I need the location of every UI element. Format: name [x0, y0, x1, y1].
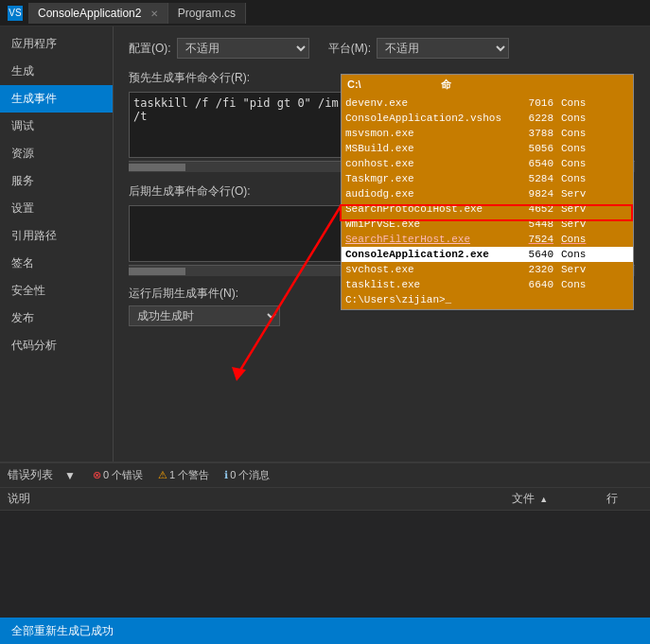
cmd-cell-type: Serv	[557, 217, 633, 232]
cmd-cell-pid: 7524	[510, 232, 557, 247]
cmd-cell-type: Cons	[557, 126, 633, 141]
cmd-row-audiodg: audiodg.exe 9824 Serv	[342, 186, 633, 201]
cmd-row-msbuild: MSBuild.exe 5056 Cons	[342, 141, 633, 156]
sidebar-item-publish[interactable]: 发布	[0, 305, 113, 332]
cmd-icon: C:\	[347, 78, 361, 90]
cmd-cell-type: Cons	[557, 171, 633, 186]
cmd-cell-type: Cons	[557, 247, 633, 262]
sidebar-item-resources[interactable]: 资源	[0, 140, 113, 167]
cmd-cell-name: Taskmgr.exe	[342, 171, 510, 186]
cmd-cell-pid: 5640	[510, 247, 557, 262]
sidebar-item-build[interactable]: 生成	[0, 58, 113, 85]
cmd-row-tasklist: tasklist.exe 6640 Cons	[342, 277, 633, 292]
error-panel-header: 错误列表 ▼ ⊗ 0 个错误 ⚠ 1 个警告 ℹ 0 个消息	[0, 463, 650, 488]
cmd-cell-pid: 6640	[510, 277, 557, 292]
info-count-label: 0 个消息	[230, 468, 270, 482]
cmd-cell-pid: 2320	[510, 262, 557, 277]
tab-close-icon[interactable]: ✕	[150, 9, 158, 19]
cmd-row-searchprotocol: SearchProtocolHost.exe 4652 Serv	[342, 201, 633, 217]
cmd-cell-name: audiodg.exe	[342, 186, 510, 201]
cmd-cell-type: Cons	[557, 111, 633, 126]
cmd-cell-name: MSBuild.exe	[342, 141, 510, 156]
cmd-cell-type: Serv	[557, 262, 633, 277]
cmd-content: devenv.exe 7016 Cons ConsoleApplication2…	[342, 94, 633, 309]
error-col-line[interactable]: 行	[603, 491, 650, 507]
cmd-cell-name: ConsoleApplication2.exe	[342, 247, 510, 262]
warning-filter-btn[interactable]: ⚠ 1 个警告	[154, 466, 213, 484]
sidebar-item-references[interactable]: 引用路径	[0, 222, 113, 250]
svg-marker-1	[232, 367, 246, 381]
tab-programcs[interactable]: Program.cs	[168, 3, 246, 24]
status-bar: 全部重新生成已成功	[0, 618, 650, 644]
error-filter-btn[interactable]: ⊗ 0 个错误	[89, 466, 147, 484]
cmd-cell-name: SearchProtocolHost.exe	[342, 201, 510, 217]
sidebar: 应用程序 生成 生成事件 调试 资源 服务 设置 引用路径 签名 安全性 发布 …	[0, 26, 114, 461]
config-row: 配置(O): 不适用 平台(M): 不适用	[129, 38, 635, 59]
cmd-cell-type: Cons	[557, 96, 633, 111]
sidebar-item-services[interactable]: 服务	[0, 167, 113, 195]
cmd-cell-name: conhost.exe	[342, 156, 510, 171]
info-filter-btn[interactable]: ℹ 0 个消息	[220, 466, 273, 484]
cmd-cell-name: WmiPrvSE.exe	[342, 217, 510, 232]
scrollbar-thumb2	[129, 268, 185, 275]
cmd-row-searchfilter: SearchFilterHost.exe 7524 Cons	[342, 232, 633, 247]
main-content: 配置(O): 不适用 平台(M): 不适用 预先生成事件命令行(R): task…	[114, 26, 650, 461]
cmd-row-taskmgr: Taskmgr.exe 5284 Cons	[342, 171, 633, 186]
cmd-title-bar: C:\ 命	[342, 75, 633, 94]
cmd-cell-name: svchost.exe	[342, 262, 510, 277]
cmd-title-text: 命	[441, 78, 451, 92]
cmd-cell-type: Cons	[557, 156, 633, 171]
cmd-cell-pid: 9824	[510, 186, 557, 201]
info-icon: ℹ	[224, 469, 228, 481]
cmd-cell-name: SearchFilterHost.exe	[342, 232, 510, 247]
platform-select[interactable]: 不适用	[377, 38, 509, 59]
cmd-cell-pid: 7016	[510, 96, 557, 111]
cmd-cell-type: Serv	[557, 201, 633, 217]
sidebar-item-security[interactable]: 安全性	[0, 277, 113, 305]
sidebar-item-app[interactable]: 应用程序	[0, 30, 113, 58]
cmd-cell-type: Cons	[557, 141, 633, 156]
config-select[interactable]: 不适用	[177, 38, 309, 59]
scrollbar-thumb	[129, 164, 185, 171]
sidebar-item-debug[interactable]: 调试	[0, 113, 113, 140]
cmd-cell-pid: 6228	[510, 111, 557, 126]
tab-consoleapp[interactable]: ConsoleApplication2 ✕	[28, 3, 168, 24]
cmd-cell-pid: 5448	[510, 217, 557, 232]
sidebar-item-codeanalysis[interactable]: 代码分析	[0, 332, 113, 359]
sort-asc-icon: ▲	[539, 495, 548, 504]
error-icon: ⊗	[93, 469, 101, 481]
sidebar-item-signing[interactable]: 签名	[0, 250, 113, 277]
cmd-row-devenv: devenv.exe 7016 Cons	[342, 96, 633, 111]
cmd-cell-pid: 5284	[510, 171, 557, 186]
config-label: 配置(O):	[129, 41, 171, 57]
cmd-prompt: C:\Users\zijian>_	[342, 292, 633, 307]
error-panel-title: 错误列表	[8, 467, 53, 483]
error-table-header: 说明 文件 ▲ 行	[0, 488, 650, 511]
cmd-cell-pid: 4652	[510, 201, 557, 217]
error-col-file[interactable]: 文件 ▲	[508, 491, 603, 507]
platform-label: 平台(M):	[328, 41, 371, 57]
cmd-cell-name: ConsoleApplication2.vshos	[342, 111, 510, 126]
cmd-table: devenv.exe 7016 Cons ConsoleApplication2…	[342, 96, 633, 292]
cmd-cell-name: msvsmon.exe	[342, 126, 510, 141]
cmd-row-svchost: svchost.exe 2320 Serv	[342, 262, 633, 277]
cmd-cell-pid: 3788	[510, 126, 557, 141]
error-col-description[interactable]: 说明	[0, 491, 508, 507]
warning-count-label: 1 个警告	[169, 468, 209, 482]
app-icon: VS	[8, 6, 23, 21]
cmd-cell-pid: 6540	[510, 156, 557, 171]
filter-dropdown-icon[interactable]: ▼	[64, 469, 76, 482]
cmd-row-msvsmon: msvsmon.exe 3788 Cons	[342, 126, 633, 141]
sidebar-item-settings[interactable]: 设置	[0, 195, 113, 222]
error-panel: 错误列表 ▼ ⊗ 0 个错误 ⚠ 1 个警告 ℹ 0 个消息 说明 文件 ▲	[0, 461, 650, 618]
sidebar-item-build-events[interactable]: 生成事件	[0, 85, 113, 113]
run-after-select[interactable]: 成功生成时	[129, 305, 280, 326]
title-bar: VS ConsoleApplication2 ✕ Program.cs	[0, 0, 650, 26]
cmd-cell-name: tasklist.exe	[342, 277, 510, 292]
cmd-window: C:\ 命 devenv.exe 7016 Cons ConsoleApplic…	[341, 74, 634, 310]
status-message: 全部重新生成已成功	[11, 623, 114, 639]
cmd-row-wmiprvse: WmiPrvSE.exe 5448 Serv	[342, 217, 633, 232]
error-toolbar: ▼ ⊗ 0 个错误 ⚠ 1 个警告 ℹ 0 个消息	[64, 466, 273, 484]
cmd-row-conhost: conhost.exe 6540 Cons	[342, 156, 633, 171]
cmd-cell-pid: 5056	[510, 141, 557, 156]
